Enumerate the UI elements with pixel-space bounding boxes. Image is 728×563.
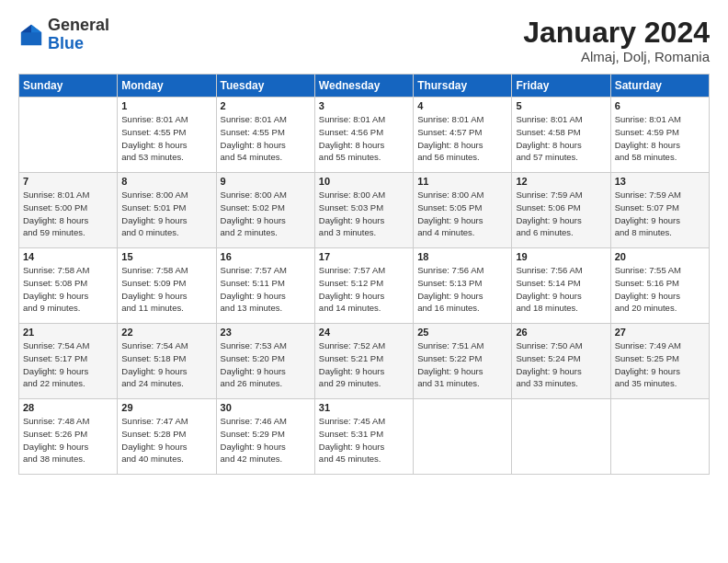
day-content: Sunrise: 7:45 AMSunset: 5:31 PMDaylight:… — [319, 415, 409, 465]
calendar-cell: 30Sunrise: 7:46 AMSunset: 5:29 PMDayligh… — [216, 399, 314, 475]
day-number: 20 — [615, 251, 705, 262]
calendar-cell — [414, 399, 512, 475]
location-subtitle: Almaj, Dolj, Romania — [523, 49, 710, 64]
calendar-cell: 20Sunrise: 7:55 AMSunset: 5:16 PMDayligh… — [610, 248, 709, 324]
day-content: Sunrise: 7:49 AMSunset: 5:25 PMDaylight:… — [615, 339, 705, 390]
main-container: General Blue January 2024 Almaj, Dolj, R… — [0, 0, 728, 484]
calendar-cell: 4Sunrise: 8:01 AMSunset: 4:57 PMDaylight… — [414, 98, 512, 173]
header-cell-thursday: Thursday — [414, 75, 512, 98]
calendar-cell: 13Sunrise: 7:59 AMSunset: 5:07 PMDayligh… — [610, 173, 709, 248]
day-content: Sunrise: 7:58 AMSunset: 5:09 PMDaylight:… — [121, 264, 211, 315]
day-number: 16 — [221, 251, 311, 262]
day-number: 19 — [516, 251, 606, 262]
calendar-cell: 7Sunrise: 8:01 AMSunset: 5:00 PMDaylight… — [19, 173, 118, 248]
calendar-cell: 18Sunrise: 7:56 AMSunset: 5:13 PMDayligh… — [414, 248, 512, 324]
day-number: 31 — [319, 402, 409, 413]
logo-icon — [18, 22, 44, 48]
calendar-cell: 22Sunrise: 7:54 AMSunset: 5:18 PMDayligh… — [118, 324, 216, 399]
week-row-3: 14Sunrise: 7:58 AMSunset: 5:08 PMDayligh… — [19, 248, 710, 324]
calendar-cell: 1Sunrise: 8:01 AMSunset: 4:55 PMDaylight… — [118, 98, 216, 173]
day-number: 28 — [23, 402, 113, 413]
day-content: Sunrise: 8:00 AMSunset: 5:01 PMDaylight:… — [121, 189, 211, 239]
day-content: Sunrise: 7:59 AMSunset: 5:06 PMDaylight:… — [516, 189, 606, 239]
calendar-cell: 24Sunrise: 7:52 AMSunset: 5:21 PMDayligh… — [314, 324, 413, 399]
calendar-cell: 3Sunrise: 8:01 AMSunset: 4:56 PMDaylight… — [314, 98, 413, 173]
calendar-cell: 2Sunrise: 8:01 AMSunset: 4:55 PMDaylight… — [216, 98, 314, 173]
day-number: 23 — [221, 327, 311, 338]
day-number: 7 — [23, 176, 113, 187]
week-row-2: 7Sunrise: 8:01 AMSunset: 5:00 PMDaylight… — [19, 173, 710, 248]
day-number: 1 — [121, 100, 211, 111]
calendar-cell — [610, 399, 709, 475]
header-cell-monday: Monday — [118, 75, 216, 98]
calendar-table: SundayMondayTuesdayWednesdayThursdayFrid… — [18, 74, 710, 475]
calendar-cell: 11Sunrise: 8:00 AMSunset: 5:05 PMDayligh… — [414, 173, 512, 248]
calendar-cell: 28Sunrise: 7:48 AMSunset: 5:26 PMDayligh… — [19, 399, 118, 475]
day-number: 4 — [417, 100, 507, 111]
calendar-cell: 29Sunrise: 7:47 AMSunset: 5:28 PMDayligh… — [118, 399, 216, 475]
day-number: 6 — [615, 100, 705, 111]
day-number: 9 — [221, 176, 311, 187]
week-row-5: 28Sunrise: 7:48 AMSunset: 5:26 PMDayligh… — [19, 399, 710, 475]
logo-general-text: General — [48, 16, 109, 34]
month-title: January 2024 — [523, 17, 710, 49]
day-number: 3 — [319, 100, 409, 111]
calendar-cell: 26Sunrise: 7:50 AMSunset: 5:24 PMDayligh… — [512, 324, 610, 399]
day-number: 17 — [319, 251, 409, 262]
day-content: Sunrise: 8:01 AMSunset: 5:00 PMDaylight:… — [23, 189, 113, 239]
calendar-cell: 12Sunrise: 7:59 AMSunset: 5:06 PMDayligh… — [512, 173, 610, 248]
calendar-cell: 5Sunrise: 8:01 AMSunset: 4:58 PMDaylight… — [512, 98, 610, 173]
title-block: January 2024 Almaj, Dolj, Romania — [523, 17, 710, 64]
day-content: Sunrise: 7:47 AMSunset: 5:28 PMDaylight:… — [121, 415, 211, 465]
day-content: Sunrise: 7:59 AMSunset: 5:07 PMDaylight:… — [615, 189, 705, 239]
logo: General Blue — [18, 17, 109, 53]
header-row: SundayMondayTuesdayWednesdayThursdayFrid… — [19, 75, 710, 98]
header-cell-sunday: Sunday — [19, 75, 118, 98]
day-content: Sunrise: 7:56 AMSunset: 5:13 PMDaylight:… — [417, 264, 507, 315]
day-content: Sunrise: 7:50 AMSunset: 5:24 PMDaylight:… — [516, 339, 606, 390]
calendar-cell: 17Sunrise: 7:57 AMSunset: 5:12 PMDayligh… — [314, 248, 413, 324]
calendar-cell: 16Sunrise: 7:57 AMSunset: 5:11 PMDayligh… — [216, 248, 314, 324]
calendar-cell: 23Sunrise: 7:53 AMSunset: 5:20 PMDayligh… — [216, 324, 314, 399]
header-cell-tuesday: Tuesday — [216, 75, 314, 98]
logo-blue-text: Blue — [48, 34, 84, 52]
day-content: Sunrise: 8:01 AMSunset: 4:59 PMDaylight:… — [615, 113, 705, 164]
calendar-body: 1Sunrise: 8:01 AMSunset: 4:55 PMDaylight… — [19, 98, 710, 475]
header: General Blue January 2024 Almaj, Dolj, R… — [18, 17, 710, 64]
day-content: Sunrise: 7:56 AMSunset: 5:14 PMDaylight:… — [516, 264, 606, 315]
calendar-cell — [19, 98, 118, 173]
day-content: Sunrise: 7:46 AMSunset: 5:29 PMDaylight:… — [221, 415, 311, 465]
day-content: Sunrise: 7:48 AMSunset: 5:26 PMDaylight:… — [23, 415, 113, 465]
calendar-cell: 19Sunrise: 7:56 AMSunset: 5:14 PMDayligh… — [512, 248, 610, 324]
calendar-cell: 8Sunrise: 8:00 AMSunset: 5:01 PMDaylight… — [118, 173, 216, 248]
day-content: Sunrise: 7:57 AMSunset: 5:12 PMDaylight:… — [319, 264, 409, 315]
calendar-header: SundayMondayTuesdayWednesdayThursdayFrid… — [19, 75, 710, 98]
calendar-cell: 27Sunrise: 7:49 AMSunset: 5:25 PMDayligh… — [610, 324, 709, 399]
calendar-cell: 9Sunrise: 8:00 AMSunset: 5:02 PMDaylight… — [216, 173, 314, 248]
day-number: 27 — [615, 327, 705, 338]
day-number: 11 — [417, 176, 507, 187]
header-cell-friday: Friday — [512, 75, 610, 98]
day-content: Sunrise: 8:00 AMSunset: 5:03 PMDaylight:… — [319, 189, 409, 239]
day-content: Sunrise: 8:01 AMSunset: 4:58 PMDaylight:… — [516, 113, 606, 164]
day-content: Sunrise: 7:53 AMSunset: 5:20 PMDaylight:… — [221, 339, 311, 390]
calendar-cell: 21Sunrise: 7:54 AMSunset: 5:17 PMDayligh… — [19, 324, 118, 399]
calendar-cell: 31Sunrise: 7:45 AMSunset: 5:31 PMDayligh… — [314, 399, 413, 475]
day-content: Sunrise: 8:01 AMSunset: 4:57 PMDaylight:… — [417, 113, 507, 164]
calendar-cell: 25Sunrise: 7:51 AMSunset: 5:22 PMDayligh… — [414, 324, 512, 399]
day-content: Sunrise: 8:00 AMSunset: 5:02 PMDaylight:… — [221, 189, 311, 239]
day-number: 10 — [319, 176, 409, 187]
week-row-1: 1Sunrise: 8:01 AMSunset: 4:55 PMDaylight… — [19, 98, 710, 173]
day-number: 5 — [516, 100, 606, 111]
day-number: 14 — [23, 251, 113, 262]
calendar-cell: 10Sunrise: 8:00 AMSunset: 5:03 PMDayligh… — [314, 173, 413, 248]
day-content: Sunrise: 7:58 AMSunset: 5:08 PMDaylight:… — [23, 264, 113, 315]
day-number: 26 — [516, 327, 606, 338]
day-number: 21 — [23, 327, 113, 338]
day-content: Sunrise: 7:52 AMSunset: 5:21 PMDaylight:… — [319, 339, 409, 390]
day-number: 29 — [121, 402, 211, 413]
day-content: Sunrise: 7:51 AMSunset: 5:22 PMDaylight:… — [417, 339, 507, 390]
day-content: Sunrise: 7:54 AMSunset: 5:18 PMDaylight:… — [121, 339, 211, 390]
day-number: 25 — [417, 327, 507, 338]
day-number: 8 — [121, 176, 211, 187]
